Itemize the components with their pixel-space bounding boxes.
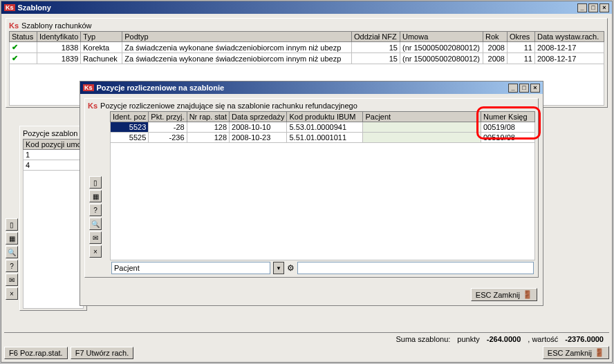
search-icon[interactable]: 🔍 bbox=[6, 246, 18, 258]
f6-button[interactable]: F6 Poz.rap.stat. bbox=[4, 347, 68, 359]
table-row[interactable]: 5525 -236 128 2008-10-23 5.51.01.0001011… bbox=[111, 133, 535, 143]
mail-icon[interactable]: ✉ bbox=[89, 231, 102, 244]
dialog-subtitle: Pozycje rozliczeniowe znajdujące się na … bbox=[100, 102, 357, 110]
left-col[interactable]: Kod pozycji umo bbox=[24, 140, 84, 150]
dialog-sidebar: ▯ ▦ ? 🔍 ✉ × bbox=[89, 176, 102, 258]
close-panel-icon[interactable]: × bbox=[6, 287, 18, 300]
help-icon[interactable]: ? bbox=[6, 260, 18, 272]
col-okres[interactable]: Okres bbox=[508, 32, 535, 42]
close-button[interactable]: × bbox=[599, 3, 609, 12]
chevron-down-icon[interactable]: ▼ bbox=[273, 262, 284, 274]
main-sidebar: ▯ ▦ 🔍 ? ✉ × bbox=[6, 218, 18, 300]
group-icon: Ks bbox=[9, 21, 19, 30]
col-status[interactable]: Status bbox=[10, 32, 37, 42]
table-header: Status Identyfikato Typ Podtyp Oddział N… bbox=[10, 32, 604, 42]
col-oddzial[interactable]: Oddział NFZ bbox=[352, 32, 400, 42]
table-row[interactable]: ✔ 1838 Korekta Za świadczenia wykonane ś… bbox=[10, 42, 604, 53]
help-icon[interactable]: ? bbox=[89, 204, 102, 216]
mail-icon[interactable]: ✉ bbox=[6, 274, 18, 286]
main-titlebar: Ks Szablony _ □ × bbox=[1, 1, 612, 14]
col-kod[interactable]: Kod produktu IBUM bbox=[287, 112, 363, 122]
table-row[interactable]: 5523 -28 128 2008-10-10 5.53.01.0000941 … bbox=[111, 122, 535, 133]
col-podtyp[interactable]: Podtyp bbox=[122, 32, 352, 42]
esc-close-button[interactable]: ESC Zamknij 🚪 bbox=[543, 346, 609, 359]
table-row[interactable]: 4 bbox=[24, 160, 84, 171]
maximize-button[interactable]: □ bbox=[519, 84, 529, 93]
app-logo: Ks bbox=[83, 84, 94, 91]
maximize-button[interactable]: □ bbox=[588, 3, 598, 12]
group-title: Ks Szablony rachunków bbox=[9, 20, 604, 31]
col-rok[interactable]: Rok bbox=[483, 32, 508, 42]
door-icon: 🚪 bbox=[523, 290, 532, 299]
filter-row: ▼ ⚙ bbox=[111, 262, 534, 274]
left-panel-table[interactable]: Kod pozycji umo 1 4 bbox=[23, 139, 84, 171]
dialog-titlebar: Ks Pozycje rozliczeniowe na szablonie _ … bbox=[80, 82, 543, 94]
dialog-esc-button[interactable]: ESC Zamknij 🚪 bbox=[471, 288, 537, 301]
group-label: Szablony rachunków bbox=[21, 21, 92, 30]
positions-table[interactable]: Ident. poz Pkt. przyj. Nr rap. stat Data… bbox=[110, 111, 535, 143]
footer: F6 Poz.rap.stat. F7 Utwórz rach. ESC Zam… bbox=[4, 346, 609, 359]
clipboard-icon[interactable]: ▯ bbox=[6, 218, 18, 231]
minimize-button[interactable]: _ bbox=[508, 84, 518, 93]
col-numer[interactable]: Numer Księg bbox=[481, 112, 535, 122]
dialog-subtitle-bar: Ks Pozycje rozliczeniowe znajdujące się … bbox=[88, 100, 535, 111]
search-icon[interactable]: 🔍 bbox=[89, 218, 102, 230]
col-nrrap[interactable]: Nr rap. stat bbox=[187, 112, 229, 122]
col-datasp[interactable]: Data sprzedaży bbox=[230, 112, 287, 122]
templates-table[interactable]: Status Identyfikato Typ Podtyp Oddział N… bbox=[9, 31, 604, 64]
col-pacjent[interactable]: Pacjent bbox=[363, 112, 481, 122]
door-icon: 🚪 bbox=[595, 348, 604, 357]
window-title: Szablony bbox=[18, 3, 576, 12]
close-button[interactable]: × bbox=[530, 84, 540, 93]
col-pkt[interactable]: Pkt. przyj. bbox=[149, 112, 187, 122]
minimize-button[interactable]: _ bbox=[577, 3, 587, 12]
calculator-icon[interactable]: ▦ bbox=[6, 232, 18, 245]
table-header: Ident. poz Pkt. przyj. Nr rap. stat Data… bbox=[111, 112, 535, 122]
close-panel-icon[interactable]: × bbox=[89, 245, 102, 258]
filter-combo[interactable] bbox=[111, 262, 270, 274]
dialog-title: Pozycje rozliczeniowe na szablonie bbox=[97, 84, 507, 92]
left-panel-title: Pozycje szablon bbox=[23, 128, 84, 139]
f7-button[interactable]: F7 Utwórz rach. bbox=[71, 347, 134, 359]
col-id[interactable]: Identyfikato bbox=[37, 32, 81, 42]
gear-icon[interactable]: ⚙ bbox=[287, 263, 295, 273]
col-ident[interactable]: Ident. poz bbox=[111, 112, 149, 122]
group-icon: Ks bbox=[88, 102, 97, 110]
calculator-icon[interactable]: ▦ bbox=[89, 190, 102, 202]
filter-input[interactable] bbox=[297, 262, 534, 274]
col-typ[interactable]: Typ bbox=[81, 32, 122, 42]
app-logo: Ks bbox=[4, 4, 15, 11]
table-row[interactable]: ✔ 1839 Rachunek Za świadczenia wykonane … bbox=[10, 53, 604, 64]
col-umowa[interactable]: Umowa bbox=[400, 32, 483, 42]
col-data[interactable]: Data wystaw.rach. bbox=[535, 32, 604, 42]
table-row[interactable]: 1 bbox=[24, 150, 84, 160]
clipboard-icon[interactable]: ▯ bbox=[89, 176, 102, 189]
summary-bar: Suma szablonu: punkty -264.0000 , wartoś… bbox=[4, 332, 609, 345]
